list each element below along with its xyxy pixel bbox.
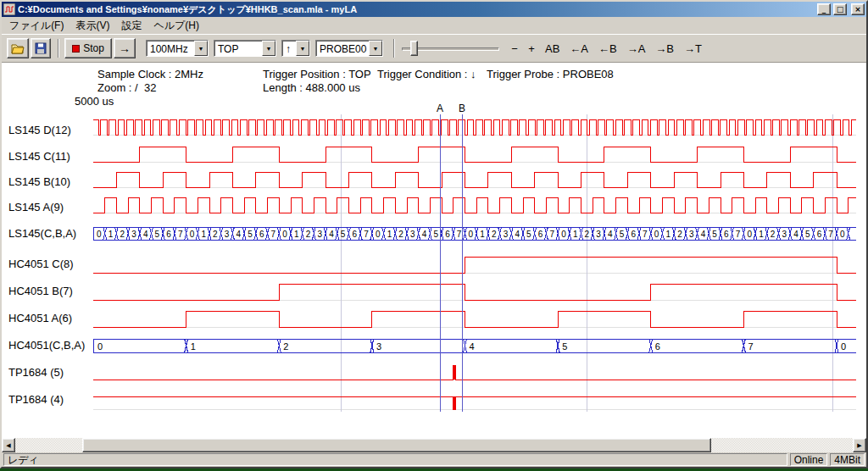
menu-bar: ファイル(F) 表示(V) 設定 ヘルプ(H) [2,17,866,34]
length-info: Length : 488.000 us [263,81,360,94]
minimize-button[interactable]: _ [817,3,831,15]
menu-file[interactable]: ファイル(F) [3,17,70,35]
channel-label: LS145 C(11) [8,150,70,163]
horizontal-scrollbar[interactable]: ◀ ▶ [2,438,866,452]
trigger-position-value: TOP [214,41,262,56]
scrollbar-thumb[interactable] [82,438,711,452]
goto-cursor-b-button[interactable]: ←B [594,39,621,58]
chevron-down-icon[interactable]: ▼ [194,41,208,56]
zoom-in-button[interactable]: + [524,39,539,58]
trigger-condition-info: Trigger Condition : ↓ [377,68,476,80]
zoom-slider[interactable] [402,38,499,58]
trigger-position-select[interactable]: TOP ▼ [214,40,276,57]
goto-cursor-a-button[interactable]: ←A [565,39,593,58]
scroll-left-icon[interactable]: ◀ [2,438,15,452]
chevron-down-icon[interactable]: ▼ [262,41,275,56]
open-button[interactable] [7,38,29,58]
zoom-slider-thumb[interactable] [410,41,418,56]
channel-label: LS145 B(10) [8,175,70,188]
channel-label: HC4051 A(6) [8,312,72,324]
maximize-button[interactable]: □ [833,3,847,15]
trigger-edge-value: ↑ [282,41,296,56]
ab-range-button[interactable]: AB [541,39,564,58]
save-button[interactable] [31,38,51,58]
channel-label: TP1684 (5) [8,366,64,379]
channel-label: LS145 D(12) [8,124,71,136]
stop-button[interactable]: Stop [64,38,112,58]
status-ready: レディ [3,453,787,466]
waveform-panel [2,63,866,438]
sample-clock-value: 100MHz [147,41,194,56]
title-bar[interactable]: C:¥Documents and Settings¥noname¥デスクトップ¥… [2,2,866,17]
open-folder-icon [11,43,25,54]
window-title: C:¥Documents and Settings¥noname¥デスクトップ¥… [18,3,815,16]
status-online: Online [790,453,828,466]
channel-label: HC4051(C,B,A) [8,339,85,352]
zoom-info: Zoom : / 32 [97,81,156,94]
menu-help[interactable]: ヘルプ(H) [147,17,205,35]
toolbar-separator [58,39,59,58]
sample-clock-info: Sample Clock : 2MHz [97,68,203,80]
set-cursor-a-button[interactable]: →A [623,39,650,58]
status-memory: 4MBit [830,453,865,466]
channel-label: LS145 A(9) [8,201,64,213]
floppy-disk-icon [35,42,47,54]
trigger-probe-value: PROBE00 [316,41,369,56]
sample-clock-select[interactable]: 100MHz ▼ [146,40,209,57]
trigger-probe-info: Trigger Probe : PROBE08 [487,68,614,80]
goto-trigger-button[interactable]: →T [680,39,706,58]
channel-label: HC4051 B(7) [8,285,73,297]
menu-view[interactable]: 表示(V) [70,17,115,35]
menu-settings[interactable]: 設定 [115,17,147,35]
set-cursor-b-button[interactable]: →B [651,39,678,58]
run-button[interactable]: → [114,38,136,58]
channel-label: TP1684 (4) [8,393,64,406]
chevron-down-icon[interactable]: ▼ [296,41,309,56]
app-window: C:¥Documents and Settings¥noname¥デスクトップ¥… [0,0,868,468]
toolbar-separator [393,39,395,58]
zoom-out-button[interactable]: − [507,39,522,58]
trigger-position-info: Trigger Position : TOP [263,68,371,80]
channel-label: LS145(C,B,A) [8,227,76,240]
timebase-label: 5000 us [75,95,114,108]
close-button[interactable]: × [851,3,865,15]
channel-label: HC4051 C(8) [8,258,74,270]
trigger-edge-select[interactable]: ↑ ▼ [281,40,310,57]
app-icon [3,3,15,15]
stop-icon [72,45,80,53]
chevron-down-icon[interactable]: ▼ [369,41,382,56]
trigger-probe-select[interactable]: PROBE00 ▼ [315,40,383,57]
scroll-right-icon[interactable]: ▶ [853,438,866,452]
toolbar: Stop → 100MHz ▼ TOP ▼ ↑ ▼ PROBE00 ▼ − + … [2,34,866,63]
status-bar: レディ Online 4MBit [2,452,866,467]
